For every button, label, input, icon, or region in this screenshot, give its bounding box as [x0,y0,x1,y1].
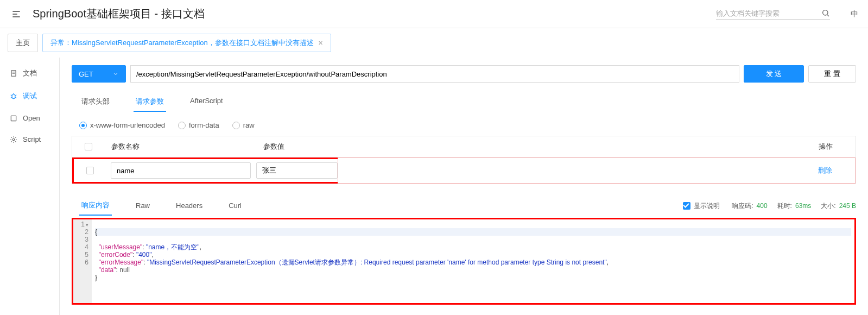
header-name: 参数名称 [105,136,257,157]
response-tabs: 响应内容 Raw Headers Curl 显示说明 响应码: 400 耗时: … [72,196,856,216]
chevron-down-icon [112,71,119,77]
checkbox-row[interactable] [86,167,94,174]
json-key: "data" [99,266,116,274]
request-subtabs: 请求头部 请求参数 AfterScript [72,92,856,112]
tab-home-label: 主页 [16,38,30,48]
header-checkbox-cell [72,136,105,157]
topbar: SpringBoot基础框架项目 - 接口文档 中 [0,0,868,28]
param-table: 参数名称 参数值 操作 删除 [72,136,856,184]
sidebar-label: Script [23,135,41,143]
status-label: 响应码: [732,201,753,211]
show-desc-checkbox[interactable] [683,202,690,210]
subtab-headers[interactable]: 请求头部 [79,92,112,112]
svg-rect-14 [11,116,16,121]
tab-active-label: 异常：MissingServletRequestParameterExcepti… [50,38,314,48]
gear-icon [10,136,17,143]
sidebar-label: 文档 [23,68,37,78]
svg-line-12 [11,97,12,98]
sidebar-label: Open [23,114,40,122]
subtab-afterscript[interactable]: AfterScript [188,92,225,112]
tab-home[interactable]: 主页 [8,34,38,52]
search-input[interactable] [716,9,817,17]
param-table-head: 参数名称 参数值 操作 [72,136,856,158]
svg-point-3 [823,10,828,15]
json-val: "MissingServletRequestParameterException… [147,259,607,266]
resp-tab-curl[interactable]: Curl [226,197,244,215]
show-desc-label: 显示说明 [694,201,720,211]
search-icon[interactable] [821,8,830,18]
subtab-params[interactable]: 请求参数 [134,92,166,112]
open-icon [10,115,17,122]
request-bar: GET 发 送 重 置 [72,65,856,83]
size-value: 245 B [839,202,856,210]
param-value-input[interactable] [256,162,338,179]
radio-label: x-www-form-urlencoded [90,121,165,129]
search-wrap [716,8,830,20]
json-key: "errorMessage" [99,259,144,266]
url-input[interactable] [130,65,739,83]
code-area[interactable]: { "userMessage": "name，不能为空", "errorCode… [92,219,854,303]
time-value: 63ms [795,202,811,210]
svg-line-13 [15,97,16,98]
tab-active[interactable]: 异常：MissingServletRequestParameterExcepti… [42,34,331,52]
radio-urlencoded[interactable]: x-www-form-urlencoded [79,121,165,129]
resp-tab-raw[interactable]: Raw [134,197,152,215]
app-title: SpringBoot基础框架项目 - 接口文档 [33,7,205,21]
json-key: "errorCode" [99,251,133,259]
sidebar: 文档 调试 Open Script [0,58,60,315]
table-row: 删除 [72,158,856,184]
close-icon[interactable]: ✕ [318,40,323,47]
svg-line-11 [15,95,16,96]
resp-tab-headers[interactable]: Headers [174,197,205,215]
header-value: 参数值 [257,136,812,157]
bug-icon [10,92,17,100]
response-stats: 显示说明 响应码: 400 耗时: 63ms 大小: 245 B [683,201,856,211]
sidebar-item-script[interactable]: Script [0,129,59,150]
main: GET 发 送 重 置 请求头部 请求参数 AfterScript x-www-… [60,58,868,315]
tabs-row: 主页 异常：MissingServletRequestParameterExce… [0,28,868,58]
radio-label: form-data [189,121,219,129]
lang-toggle[interactable]: 中 [851,9,858,19]
reset-button[interactable]: 重 置 [808,65,856,83]
size-label: 大小: [821,201,835,211]
response-body: 123456 { "userMessage": "name，不能为空", "er… [72,218,856,305]
method-select[interactable]: GET [72,65,126,83]
sidebar-item-docs[interactable]: 文档 [0,62,59,85]
sidebar-item-open[interactable]: Open [0,108,59,129]
time-label: 耗时: [777,201,792,211]
svg-line-10 [11,95,12,96]
encoding-row: x-www-form-urlencoded form-data raw [72,121,856,129]
resp-tab-body[interactable]: 响应内容 [79,196,112,216]
svg-line-4 [827,15,829,16]
menu-icon[interactable] [10,8,23,21]
param-name-input[interactable] [111,162,251,179]
radio-label: raw [243,121,255,129]
doc-icon [10,70,17,77]
method-label: GET [79,70,93,78]
radio-raw[interactable]: raw [232,121,255,129]
line-gutter: 123456 [73,219,92,303]
svg-point-15 [12,138,15,141]
delete-link[interactable]: 删除 [818,166,832,174]
json-val: null [119,266,130,274]
checkbox-all[interactable] [85,143,92,150]
header-op: 操作 [812,136,856,157]
sidebar-item-debug[interactable]: 调试 [0,85,59,108]
sidebar-label: 调试 [23,91,37,101]
radio-formdata[interactable]: form-data [178,121,219,129]
json-key: "userMessage" [99,243,143,251]
status-value: 400 [757,202,768,210]
json-val: "name，不能为空" [146,243,200,251]
send-button[interactable]: 发 送 [744,65,804,83]
json-val: "400" [136,251,152,259]
row-checkbox-cell [74,161,106,180]
svg-point-8 [12,94,15,99]
